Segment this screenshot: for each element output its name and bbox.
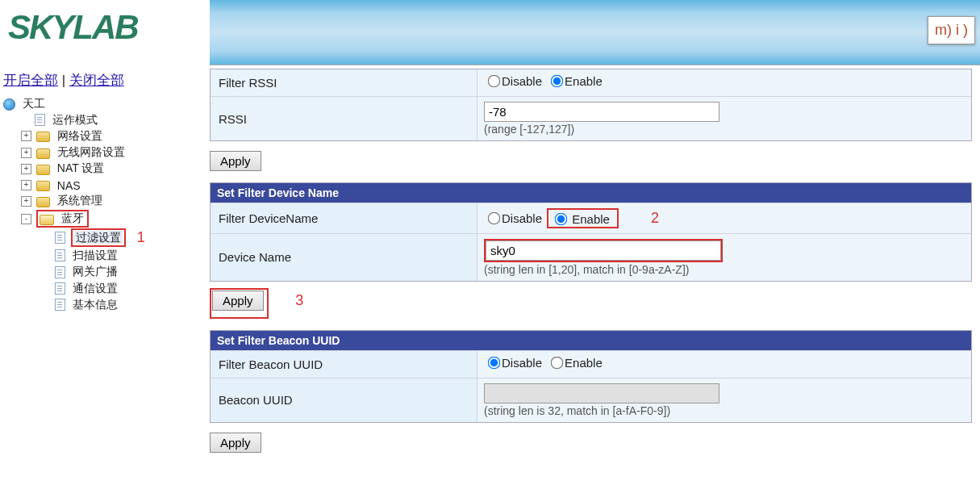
- filter-rssi-radio-group: Disable Enable: [484, 74, 607, 88]
- expand-icon[interactable]: +: [21, 131, 31, 141]
- nav-tree: 天工 运作模式 + 网络设置 +: [0, 96, 206, 315]
- apply-uuid-button[interactable]: Apply: [210, 433, 261, 453]
- filter-devicename-enable-radio[interactable]: [555, 212, 568, 225]
- rssi-label: RSSI: [211, 97, 477, 140]
- page-icon: [55, 282, 65, 295]
- disable-label: Disable: [502, 74, 542, 88]
- sidebar: 开启全部 | 关闭全部 天工 运作模式 +: [0, 65, 210, 319]
- filter-rssi-enable-radio[interactable]: [551, 75, 564, 88]
- filter-uuid-label: Filter Beacon UUID: [211, 351, 477, 378]
- panel-device-name: Set Filter Device Name Filter DeviceName…: [210, 182, 972, 282]
- expand-icon[interactable]: +: [21, 196, 31, 207]
- filter-uuid-disable-radio[interactable]: [488, 356, 501, 369]
- page-icon: [55, 299, 65, 311]
- filter-devicename-label: Filter DeviceName: [211, 203, 477, 233]
- folder-icon: [36, 197, 50, 207]
- filter-uuid-radio-group: Disable Enable: [484, 356, 607, 370]
- panel-rssi: Filter RSSI Disable Enable RSSI: [210, 69, 972, 141]
- header-banner: m) i ): [210, 0, 980, 65]
- annotation-1: 1: [137, 229, 145, 245]
- filter-rssi-disable-radio[interactable]: [488, 75, 501, 88]
- beacon-uuid-label: Beacon UUID: [211, 378, 477, 422]
- sidebar-item-wireless[interactable]: 无线网路设置: [56, 145, 127, 158]
- sidebar-item-basic-info[interactable]: 基本信息: [71, 298, 119, 311]
- devicename-label: Device Name: [211, 234, 477, 281]
- beacon-uuid-input[interactable]: [484, 383, 719, 403]
- disable-label: Disable: [502, 356, 542, 370]
- rssi-input[interactable]: [484, 102, 719, 122]
- folder-icon: [36, 148, 50, 159]
- expand-icon[interactable]: +: [21, 164, 31, 174]
- device-name-title: Set Filter Device Name: [211, 183, 971, 203]
- main-content: Filter RSSI Disable Enable RSSI: [210, 65, 980, 469]
- collapse-icon[interactable]: -: [21, 214, 31, 224]
- annotation-3: 3: [295, 292, 303, 308]
- sidebar-item-scan-settings[interactable]: 扫描设置: [71, 249, 119, 261]
- mi-badge: m) i ): [928, 16, 975, 44]
- sidebar-item-bluetooth[interactable]: 蓝牙: [60, 211, 85, 224]
- sidebar-item-system[interactable]: 系统管理: [56, 194, 104, 207]
- tree-spacer: [21, 115, 30, 124]
- beacon-uuid-hint: (string len is 32, match in [a-fA-F0-9]): [484, 404, 670, 417]
- page-icon: [55, 249, 65, 261]
- enable-label: Enable: [565, 356, 603, 370]
- expand-icon[interactable]: +: [21, 148, 31, 158]
- rssi-hint: (range [-127,127]): [484, 123, 574, 136]
- collapse-all-link[interactable]: 关闭全部: [69, 73, 124, 88]
- annotation-2: 2: [651, 210, 659, 227]
- page-icon: [55, 266, 65, 278]
- folder-icon: [36, 132, 50, 142]
- disable-label: Disable: [502, 211, 542, 225]
- filter-rssi-label: Filter RSSI: [211, 69, 477, 96]
- page-icon: [35, 114, 45, 126]
- panel-beacon-uuid: Set Filter Beacon UUID Filter Beacon UUI…: [210, 330, 972, 423]
- toggle-separator: |: [58, 73, 69, 88]
- sidebar-item-comm-settings[interactable]: 通信设置: [71, 282, 119, 295]
- enable-label: Enable: [572, 212, 610, 226]
- sidebar-item-nas[interactable]: NAS: [56, 179, 82, 192]
- apply-devicename-button[interactable]: Apply: [212, 291, 264, 311]
- devicename-hint: (string len in [1,20], match in [0-9a-zA…: [484, 263, 689, 276]
- globe-icon: [3, 98, 15, 111]
- apply-rssi-button[interactable]: Apply: [210, 151, 261, 171]
- page-icon: [55, 232, 65, 244]
- brand-logo: SKYLAB: [8, 8, 202, 47]
- filter-devicename-disable-radio[interactable]: [488, 211, 501, 224]
- sidebar-item-nat[interactable]: NAT 设置: [56, 161, 106, 174]
- sidebar-item-gateway-broadcast[interactable]: 网关广播: [71, 265, 119, 278]
- expand-icon[interactable]: +: [21, 180, 31, 190]
- enable-label: Enable: [565, 74, 603, 88]
- sidebar-item-filter-settings[interactable]: 过滤设置: [74, 231, 123, 244]
- tree-root[interactable]: 天工: [21, 97, 47, 110]
- folder-icon: [36, 181, 50, 191]
- filter-uuid-enable-radio[interactable]: [551, 356, 564, 369]
- sidebar-item-mode[interactable]: 运作模式: [51, 113, 99, 126]
- folder-open-icon: [40, 215, 54, 225]
- sidebar-item-network[interactable]: 网络设置: [56, 129, 104, 142]
- expand-all-link[interactable]: 开启全部: [3, 73, 58, 88]
- devicename-input[interactable]: [486, 240, 721, 261]
- beacon-uuid-title: Set Filter Beacon UUID: [211, 331, 971, 350]
- filter-devicename-radio-group: Disable Enable: [484, 208, 619, 228]
- folder-icon: [36, 165, 50, 175]
